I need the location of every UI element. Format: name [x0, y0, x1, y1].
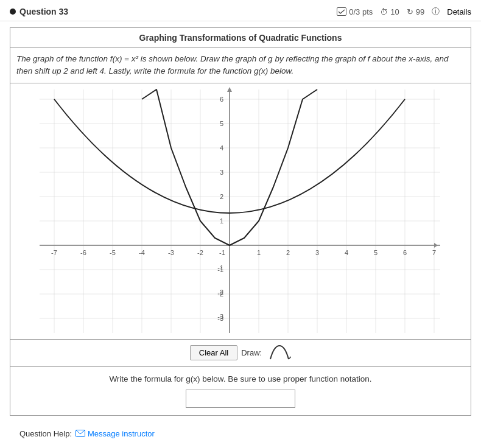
info-icon: ⓘ — [432, 6, 440, 17]
svg-text:6: 6 — [403, 249, 407, 256]
details-link[interactable]: Details — [447, 7, 471, 16]
score-icon: 0/3 pts — [337, 7, 373, 16]
svg-text:3: 3 — [315, 249, 319, 256]
svg-text:-3: -3 — [217, 313, 223, 320]
question-text: The graph of the function f(x) = x² is s… — [10, 48, 471, 83]
formula-text: Write the formula for g(x) below. Be sur… — [18, 374, 463, 383]
bottom-buttons: Submit Question Jump to Answer — [10, 443, 471, 449]
svg-marker-28 — [434, 243, 438, 248]
draw-icon[interactable] — [268, 345, 291, 362]
graph-svg[interactable]: -7 -6 -5 -4 -3 -2 -1 1 2 3 4 5 6 7 1 2 — [10, 83, 471, 339]
svg-text:7: 7 — [432, 249, 436, 256]
timer-icon: ⏱ 10 — [380, 7, 399, 16]
svg-marker-27 — [227, 87, 232, 92]
svg-text:4: 4 — [345, 249, 348, 256]
question-label: Question 33 — [10, 7, 68, 16]
question-number: Question 33 — [19, 7, 68, 16]
svg-text:-2: -2 — [197, 249, 203, 256]
question-help: Question Help: Message instructor — [10, 424, 471, 443]
message-instructor-link[interactable]: Message instructor — [75, 429, 155, 438]
question-dot — [10, 9, 16, 15]
question-box: Graphing Transformations of Quadratic Fu… — [10, 27, 471, 416]
svg-text:4: 4 — [220, 144, 223, 152]
svg-text:-4: -4 — [139, 249, 145, 256]
draw-label: Draw: — [241, 348, 262, 357]
mail-icon — [75, 430, 85, 437]
svg-rect-0 — [337, 8, 346, 16]
message-label: Message instructor — [88, 429, 155, 438]
clear-draw-bar: Clear All Draw: — [10, 340, 471, 367]
svg-text:2: 2 — [286, 249, 290, 256]
svg-text:-3: -3 — [168, 249, 174, 256]
question-title: Graphing Transformations of Quadratic Fu… — [10, 28, 471, 48]
svg-text:2: 2 — [220, 193, 223, 200]
svg-text:5: 5 — [374, 249, 377, 256]
svg-text:-1: -1 — [219, 249, 225, 256]
svg-text:-2: -2 — [217, 289, 223, 296]
svg-text:1: 1 — [257, 249, 261, 256]
svg-text:-5: -5 — [110, 249, 116, 256]
score-area: 0/3 pts ⏱ 10 ↻ 99 ⓘ Details — [337, 6, 471, 17]
formula-area: Write the formula for g(x) below. Be sur… — [10, 367, 471, 415]
clear-all-button[interactable]: Clear All — [190, 345, 237, 360]
svg-text:-7: -7 — [51, 249, 57, 256]
graph-container[interactable]: -7 -6 -5 -4 -3 -2 -1 1 2 3 4 5 6 7 1 2 — [10, 83, 471, 339]
svg-text:1: 1 — [220, 217, 223, 225]
svg-line-55 — [289, 357, 291, 359]
help-label: Question Help: — [19, 429, 72, 438]
svg-text:6: 6 — [220, 96, 223, 103]
attempts-icon: ↻ 99 — [407, 7, 424, 16]
svg-text:-1: -1 — [217, 264, 223, 271]
graph-area: -7 -6 -5 -4 -3 -2 -1 1 2 3 4 5 6 7 1 2 — [10, 83, 471, 340]
formula-input[interactable] — [186, 390, 295, 408]
svg-text:5: 5 — [220, 120, 223, 127]
svg-text:3: 3 — [220, 169, 223, 176]
svg-text:-6: -6 — [80, 249, 86, 256]
